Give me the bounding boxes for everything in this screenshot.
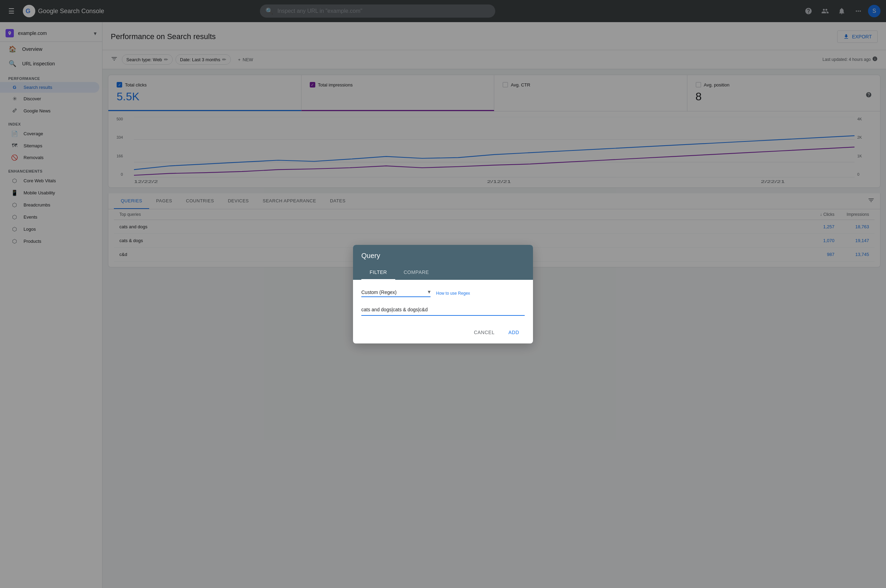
modal-select-wrap: Contains Does not contain Exactly Custom… (361, 288, 430, 297)
modal-dropdown-row: Contains Does not contain Exactly Custom… (361, 288, 525, 297)
modal-tab-compare[interactable]: COMPARE (395, 265, 437, 280)
regex-help-link[interactable]: How to use Regex (436, 291, 470, 296)
cancel-button[interactable]: CANCEL (468, 327, 500, 338)
modal-tab-filter[interactable]: FILTER (361, 265, 395, 280)
regex-input[interactable] (361, 304, 525, 316)
modal-body: Contains Does not contain Exactly Custom… (353, 280, 533, 321)
modal-overlay[interactable]: Query FILTER COMPARE Contains Does not c… (0, 0, 886, 588)
filter-type-select[interactable]: Contains Does not contain Exactly Custom… (361, 288, 430, 297)
query-filter-modal: Query FILTER COMPARE Contains Does not c… (353, 245, 533, 344)
modal-header: Query FILTER COMPARE (353, 245, 533, 280)
modal-footer: CANCEL ADD (353, 321, 533, 344)
add-button[interactable]: ADD (503, 327, 525, 338)
modal-input-row (361, 304, 525, 316)
modal-tabs: FILTER COMPARE (361, 265, 525, 280)
modal-title: Query (361, 252, 525, 260)
